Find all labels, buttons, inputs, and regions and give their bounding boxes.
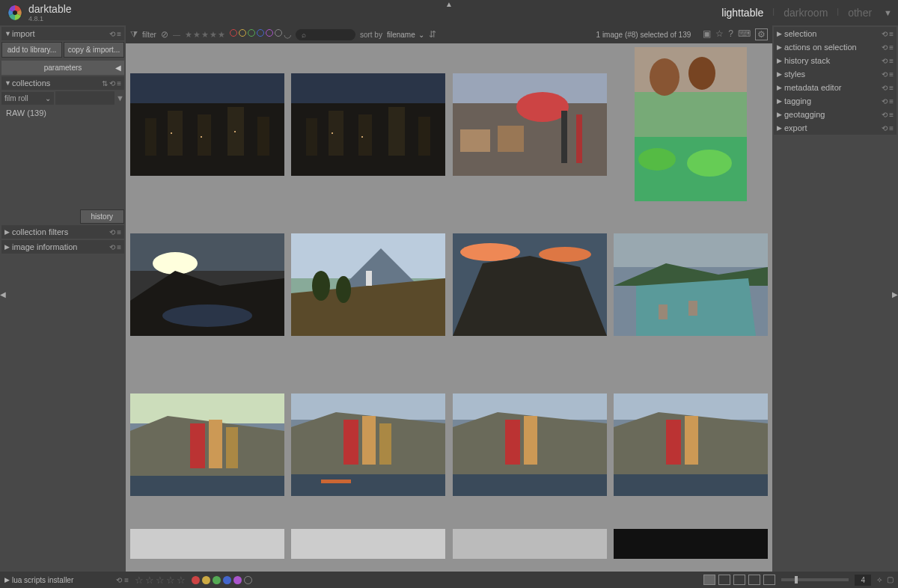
display-icon[interactable]: ▢ — [887, 575, 894, 584]
label-yellow[interactable] — [202, 576, 210, 584]
star-4[interactable]: ★ — [210, 30, 217, 40]
reset-icon[interactable]: ⟲ — [882, 111, 888, 119]
star-1[interactable]: ★ — [185, 30, 192, 40]
reset-icon[interactable]: ⟲ — [882, 97, 888, 105]
reset-icon[interactable]: ⟲ — [109, 243, 115, 251]
image-information-header[interactable]: ▶ image information ⟲≡ — [1, 240, 124, 254]
menu-icon[interactable]: ≡ — [889, 43, 894, 52]
collapse-right-arrow[interactable]: ▶ — [892, 290, 898, 298]
star-3[interactable]: ★ — [201, 30, 209, 40]
menu-icon[interactable]: ≡ — [889, 57, 894, 65]
full-preview-icon[interactable] — [763, 575, 775, 585]
thumbnail[interactable] — [611, 205, 772, 364]
thumbnail[interactable] — [127, 205, 287, 364]
star-icon[interactable]: ☆ — [715, 28, 724, 40]
reset-icon[interactable]: ⟲ — [882, 84, 888, 92]
rating-star-3[interactable]: ☆ — [156, 575, 165, 586]
reset-icon[interactable]: ⟲ — [116, 576, 122, 584]
thumbnail[interactable] — [127, 365, 287, 524]
color-none[interactable] — [275, 29, 282, 37]
selection-header[interactable]: ▶selection⟲≡ — [774, 27, 897, 40]
search-input[interactable] — [296, 29, 355, 40]
history-button[interactable]: history — [80, 209, 124, 224]
color-red[interactable] — [230, 29, 237, 37]
color-blue[interactable] — [257, 29, 264, 37]
label-green[interactable] — [213, 576, 221, 584]
thumbnail[interactable] — [450, 45, 610, 203]
history-stack-header[interactable]: ▶history stack⟲≡ — [774, 54, 897, 67]
thumbnail[interactable] — [450, 205, 610, 364]
star-2[interactable]: ★ — [193, 30, 201, 40]
menu-icon[interactable]: ≡ — [117, 30, 121, 38]
focus-icon[interactable]: ⟡ — [877, 575, 882, 584]
lua-header[interactable]: ▶ lua scripts installer ⟲≡ — [4, 576, 129, 584]
thumbnail[interactable] — [611, 525, 772, 563]
thumbnail[interactable] — [127, 525, 287, 563]
culling-view-icon[interactable] — [748, 575, 760, 585]
menu-icon[interactable]: ≡ — [889, 30, 894, 38]
metadata-header[interactable]: ▶metadata editor⟲≡ — [774, 81, 897, 94]
collapse-left-arrow[interactable]: ◀ — [0, 290, 6, 298]
parameters-button[interactable]: parameters ◀ — [1, 61, 124, 75]
filter-input[interactable] — [55, 91, 114, 105]
import-header[interactable]: ▼ import ⟲≡ — [1, 27, 124, 40]
menu-icon[interactable]: ≡ — [889, 70, 894, 79]
menu-icon[interactable]: ≡ — [117, 79, 121, 88]
copy-import-button[interactable]: copy & import... — [64, 42, 124, 58]
label-blue[interactable] — [223, 576, 231, 584]
zoom-value[interactable]: 4 — [855, 575, 871, 586]
menu-icon[interactable]: ≡ — [889, 97, 894, 105]
collection-item[interactable]: RAW (139) — [1, 106, 124, 120]
grid-view-icon[interactable] — [703, 575, 715, 585]
keyboard-icon[interactable]: ⌨ — [738, 28, 751, 40]
zoom-slider[interactable] — [781, 578, 849, 581]
tab-other[interactable]: other — [848, 7, 872, 19]
label-red[interactable] — [192, 576, 200, 584]
star-5[interactable]: ★ — [218, 30, 225, 40]
rating-star-2[interactable]: ☆ — [145, 575, 154, 586]
sort-icon[interactable]: ⇅ — [102, 79, 108, 88]
settings-icon[interactable]: ⚙ — [755, 28, 768, 40]
filter-type-select[interactable]: film roll ⌄ — [1, 92, 54, 105]
thumbnail[interactable] — [289, 525, 449, 563]
actions-header[interactable]: ▶actions on selection⟲≡ — [774, 40, 897, 54]
tagging-header[interactable]: ▶tagging⟲≡ — [774, 94, 897, 108]
arc-icon[interactable]: ◡ — [284, 29, 291, 40]
chevron-down-icon[interactable]: ▼ — [116, 94, 124, 102]
collapse-top-arrow[interactable]: ▲ — [445, 0, 453, 8]
collapse-icon[interactable]: ▣ — [703, 28, 711, 40]
filter-funnel-icon[interactable]: ⧩ — [130, 29, 138, 40]
menu-icon[interactable]: ≡ — [124, 576, 129, 584]
rating-star-1[interactable]: ☆ — [135, 575, 144, 586]
thumbnail[interactable] — [289, 45, 449, 203]
menu-icon[interactable]: ≡ — [117, 228, 121, 236]
reset-icon[interactable]: ⟲ — [109, 30, 115, 38]
reset-icon[interactable]: ⟲ — [882, 124, 888, 132]
rating-star-4[interactable]: ☆ — [166, 575, 175, 586]
menu-icon[interactable]: ≡ — [889, 124, 894, 132]
color-green[interactable] — [248, 29, 255, 37]
geotagging-header[interactable]: ▶geotagging⟲≡ — [774, 108, 897, 121]
reset-icon[interactable]: ⟲ — [109, 79, 115, 88]
reject-icon[interactable]: ⊘ — [161, 29, 168, 40]
thumbnail[interactable] — [289, 365, 449, 524]
label-purple[interactable] — [233, 576, 242, 584]
thumbnail[interactable] — [127, 45, 287, 203]
thumbnail[interactable] — [611, 365, 772, 524]
menu-icon[interactable]: ≡ — [889, 111, 894, 119]
zoomable-view-icon[interactable] — [718, 575, 730, 585]
styles-header[interactable]: ▶styles⟲≡ — [774, 67, 897, 81]
label-clear[interactable] — [244, 576, 252, 584]
menu-icon[interactable]: ≡ — [117, 243, 121, 251]
add-to-library-button[interactable]: add to library... — [1, 42, 62, 58]
rating-star-5[interactable]: ☆ — [177, 575, 186, 586]
reset-icon[interactable]: ⟲ — [882, 43, 888, 52]
reset-icon[interactable]: ⟲ — [882, 30, 888, 38]
thumbnail[interactable] — [450, 365, 610, 524]
collections-header[interactable]: ▼ collections ⇅⟲≡ — [1, 76, 124, 90]
thumbnail[interactable] — [289, 205, 449, 364]
color-yellow[interactable] — [239, 29, 246, 37]
help-icon[interactable]: ? — [728, 28, 733, 40]
menu-icon[interactable]: ≡ — [889, 84, 894, 92]
sort-select[interactable]: filename ⌄ — [387, 31, 424, 39]
